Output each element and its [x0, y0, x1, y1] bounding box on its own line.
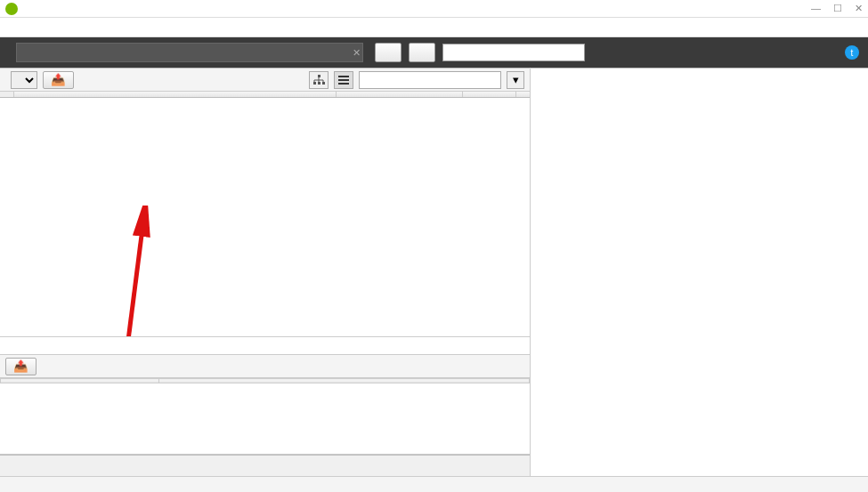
col-value[interactable] — [159, 379, 530, 383]
svg-rect-3 — [322, 82, 325, 85]
resume-button[interactable] — [375, 43, 402, 62]
svg-line-12 — [119, 214, 144, 337]
annotation-arrow — [110, 206, 164, 337]
svg-rect-9 — [338, 79, 349, 81]
svg-rect-2 — [318, 82, 320, 85]
details-panel — [0, 378, 530, 455]
toolbar: ✕ t — [0, 37, 868, 68]
chart-area — [531, 327, 868, 492]
twitter-icon[interactable]: t — [845, 45, 859, 60]
maximize-button[interactable]: ☐ — [833, 3, 842, 14]
svg-rect-8 — [338, 76, 349, 77]
export-button[interactable]: 📤 — [43, 71, 74, 89]
url-input[interactable] — [16, 43, 363, 62]
titlebar: — ☐ ✕ — [0, 0, 868, 18]
list-view-icon[interactable] — [334, 71, 353, 89]
status-bar — [0, 476, 868, 492]
clear-url-icon[interactable]: ✕ — [353, 47, 361, 59]
details-toolbar: 📤 — [0, 355, 530, 378]
bottom-tabs — [0, 455, 530, 456]
filter-bar: 📤 ▾ — [0, 69, 530, 92]
svg-rect-1 — [313, 82, 316, 85]
crawl-progress — [442, 44, 585, 61]
col-content[interactable] — [337, 92, 463, 97]
custom-chart — [539, 334, 859, 467]
overview-panel[interactable] — [531, 69, 868, 327]
svg-rect-10 — [338, 83, 349, 85]
frog-icon — [5, 3, 18, 15]
tree-view-icon[interactable] — [309, 71, 329, 89]
col-name[interactable] — [1, 379, 159, 383]
svg-rect-0 — [318, 75, 320, 77]
clear-button[interactable] — [409, 43, 435, 62]
export-details-button[interactable]: 📤 — [5, 358, 37, 375]
search-options-icon[interactable]: ▾ — [507, 71, 524, 89]
filter-total — [0, 337, 530, 355]
menubar — [0, 18, 868, 37]
close-button[interactable]: ✕ — [855, 3, 863, 14]
seo-spider-label: t — [841, 45, 859, 60]
search-input[interactable] — [359, 71, 501, 89]
col-status-code[interactable] — [463, 92, 516, 97]
minimize-button[interactable]: — — [811, 3, 821, 14]
results-grid[interactable] — [0, 92, 530, 337]
col-address[interactable] — [14, 92, 337, 97]
filter-select[interactable] — [11, 71, 37, 89]
